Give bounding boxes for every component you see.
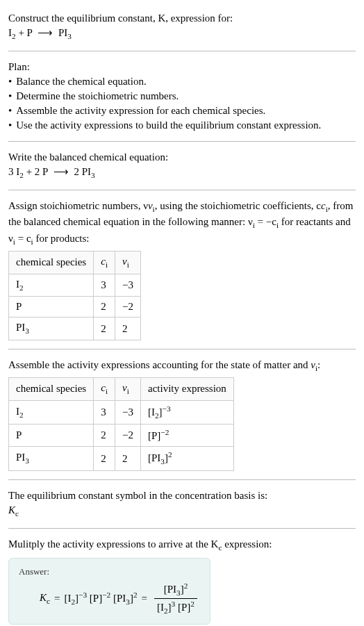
multiply-intro: Mulitply the activity expressions to arr… — [8, 537, 356, 554]
cell-c: 3 — [94, 400, 115, 425]
divider — [8, 349, 356, 349]
plan-list: Balance the chemical equation. Determine… — [8, 74, 356, 133]
plan-title: Plan: — [8, 60, 356, 74]
plan-item: Determine the stoichiometric numbers. — [8, 89, 356, 104]
plan-item: Balance the chemical equation. — [8, 74, 356, 89]
plan-item-text: Determine the stoichiometric numbers. — [16, 89, 179, 104]
plan-item: Assemble the activity expression for eac… — [8, 104, 356, 118]
cell-expr: [P]−2 — [140, 425, 233, 447]
cell-v: −3 — [115, 274, 141, 297]
divider — [8, 190, 356, 190]
col-c: ci — [94, 377, 115, 400]
table-row: I2 3 −3 [I2]−3 — [9, 400, 234, 425]
answer-label: Answer: — [19, 566, 200, 578]
stoich-section: Assign stoichiometric numbers, ννi, usin… — [8, 193, 356, 347]
table-row: P 2 −2 — [9, 297, 141, 318]
table-row: I2 3 −3 — [9, 274, 141, 297]
table-row: P 2 −2 [P]−2 — [9, 425, 234, 447]
cell-v: −3 — [115, 400, 141, 425]
table-row: PI3 2 2 — [9, 318, 141, 340]
divider — [8, 51, 356, 51]
problem-statement: Construct the equilibrium constant, K, e… — [8, 6, 356, 48]
cell-expr: [I2]−3 — [140, 400, 233, 425]
cell-v: 2 — [115, 447, 141, 471]
activity-intro: Assemble the activity expressions accoun… — [8, 358, 356, 374]
cell-c: 2 — [94, 425, 115, 447]
plan-item-text: Balance the chemical equation. — [16, 74, 146, 89]
answer-box: Answer: Kc = [I2]−3 [P]−2 [PI3]2 = [PI3]… — [8, 558, 210, 625]
balanced-intro: Write the balanced chemical equation: — [8, 150, 356, 165]
balanced-equation: 3 I2 + 2 P ⟶ 2 PI3 — [8, 165, 356, 181]
kc-lhs: Kc — [40, 591, 50, 607]
cell-species: PI3 — [9, 447, 94, 471]
balanced-section: Write the balanced chemical equation: 3 … — [8, 145, 356, 187]
table-header-row: chemical species ci νi activity expressi… — [9, 377, 234, 400]
kc-flat: [I2]−3 [P]−2 [PI3]2 — [64, 590, 137, 608]
activity-section: Assemble the activity expressions accoun… — [8, 352, 356, 477]
cell-species: P — [9, 425, 94, 447]
cell-expr: [PI3]2 — [140, 447, 233, 471]
col-c: ci — [94, 251, 115, 274]
col-expr: activity expression — [140, 377, 233, 400]
fraction-denominator: [I2]3 [P]2 — [154, 599, 197, 617]
problem-intro: Construct the equilibrium constant, K, e… — [8, 11, 356, 26]
table-header-row: chemical species ci νi — [9, 251, 141, 274]
cell-v: −2 — [115, 297, 141, 318]
multiply-section: Mulitply the activity expressions to arr… — [8, 532, 356, 626]
col-v: νi — [115, 377, 141, 400]
plan-section: Plan: Balance the chemical equation. Det… — [8, 54, 356, 138]
stoich-table: chemical species ci νi I2 3 −3 P 2 −2 PI… — [8, 251, 141, 340]
divider — [8, 528, 356, 529]
kc-symbol-section: The equilibrium constant symbol in the c… — [8, 483, 356, 525]
kc-symbol-intro: The equilibrium constant symbol in the c… — [8, 488, 356, 503]
cell-species: I2 — [9, 274, 94, 297]
plan-item: Use the activity expressions to build th… — [8, 118, 356, 133]
problem-intro-text: Construct the equilibrium constant, K, e… — [8, 13, 233, 24]
plan-item-text: Use the activity expressions to build th… — [16, 118, 321, 133]
col-v: νi — [115, 251, 141, 274]
cell-species: PI3 — [9, 318, 94, 340]
equals: = — [54, 591, 60, 606]
kc-expression: Kc = [I2]−3 [P]−2 [PI3]2 = [PI3]2 [I2]3 … — [19, 581, 200, 618]
kc-symbol: Kc — [8, 503, 356, 520]
kc-fraction: [PI3]2 [I2]3 [P]2 — [154, 581, 197, 618]
cell-c: 2 — [94, 318, 115, 340]
plan-item-text: Assemble the activity expression for eac… — [16, 104, 265, 118]
cell-c: 2 — [94, 297, 115, 318]
equals: = — [142, 591, 147, 606]
col-species: chemical species — [9, 377, 94, 400]
divider — [8, 141, 356, 142]
cell-c: 3 — [94, 274, 115, 297]
activity-table: chemical species ci νi activity expressi… — [8, 377, 234, 471]
fraction-numerator: [PI3]2 — [154, 581, 197, 600]
cell-species: I2 — [9, 400, 94, 425]
cell-v: −2 — [115, 425, 141, 447]
cell-v: 2 — [115, 318, 141, 340]
cell-species: P — [9, 297, 94, 318]
col-species: chemical species — [9, 251, 94, 274]
table-row: PI3 2 2 [PI3]2 — [9, 447, 234, 471]
stoich-intro: Assign stoichiometric numbers, ννi, usin… — [8, 199, 356, 248]
cell-c: 2 — [94, 447, 115, 471]
divider — [8, 479, 356, 480]
unbalanced-equation: I2 + P ⟶ PI3 — [8, 26, 356, 42]
